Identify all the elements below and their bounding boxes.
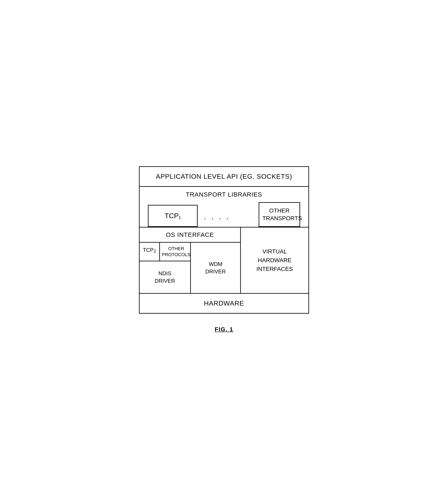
- dots: · · · ·: [204, 214, 234, 227]
- virtual-hw-label: VIRTUALHARDWAREINTERFACES: [256, 247, 293, 273]
- tcp2-other-row: TCP2 OTHERPROTOCOLS: [140, 243, 190, 261]
- hardware-row: HARDWARE: [140, 294, 308, 313]
- other-protocols-box: OTHERPROTOCOLS: [160, 243, 193, 261]
- app-api-label: APPLICATION LEVEL API (EG. SOCKETS): [156, 173, 292, 180]
- os-interface-row: OS INTERFACE: [140, 228, 240, 243]
- wdm-label: WDMDRIVER: [205, 260, 226, 275]
- app-api-row: APPLICATION LEVEL API (EG. SOCKETS): [140, 167, 308, 187]
- page-container: APPLICATION LEVEL API (EG. SOCKETS) TRAN…: [131, 158, 317, 341]
- tcp2-box: TCP2: [140, 243, 160, 261]
- ndis-driver-label: NDISDRIVER: [155, 270, 175, 284]
- ndis-driver-box: NDISDRIVER: [140, 261, 190, 293]
- tcp2-label: TCP: [143, 247, 154, 253]
- hardware-label: HARDWARE: [204, 299, 244, 307]
- tcp1-box: TCP1: [148, 205, 198, 227]
- protocols-row: TCP2 OTHERPROTOCOLS NDISDRIVER: [140, 243, 240, 293]
- other-transports-label: OTHERTRANSPORTS: [262, 207, 302, 221]
- wdm-column: WDMDRIVER: [191, 243, 240, 293]
- other-transports-box: OTHERTRANSPORTS: [259, 202, 300, 227]
- tcp1-label: TCP: [164, 212, 178, 220]
- transport-boxes-row: TCP1 · · · · OTHERTRANSPORTS: [144, 202, 304, 227]
- transport-lib-row: TRANSPORT LIBRARIES TCP1 · · · · OTHERTR…: [140, 187, 308, 228]
- tcp2-subscript: 2: [154, 249, 156, 253]
- left-protocols: TCP2 OTHERPROTOCOLS NDISDRIVER: [140, 243, 191, 293]
- figure-label-container: FIG. 1: [139, 326, 309, 333]
- other-protocols-label: OTHERPROTOCOLS: [162, 246, 191, 257]
- right-section: VIRTUALHARDWAREINTERFACES: [241, 228, 308, 293]
- diagram: APPLICATION LEVEL API (EG. SOCKETS) TRAN…: [139, 166, 309, 314]
- os-interface-label: OS INTERFACE: [166, 231, 214, 238]
- figure-label: FIG. 1: [215, 326, 233, 333]
- lower-section: OS INTERFACE TCP2 OTHERPROTOCOLS: [140, 228, 308, 294]
- tcp1-subscript: 1: [178, 215, 181, 220]
- transport-lib-label: TRANSPORT LIBRARIES: [144, 191, 304, 198]
- left-section: OS INTERFACE TCP2 OTHERPROTOCOLS: [140, 228, 241, 293]
